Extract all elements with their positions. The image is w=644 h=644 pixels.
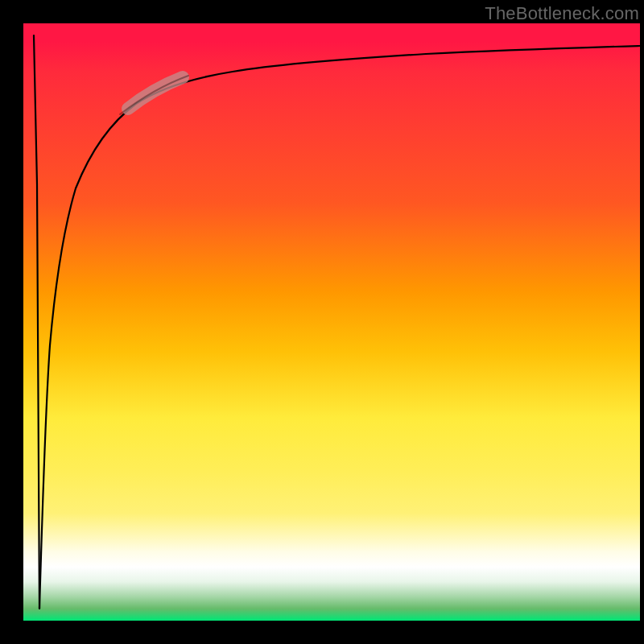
initial-drop-line xyxy=(34,35,39,609)
plot-area xyxy=(23,23,640,621)
curve-layer xyxy=(23,23,640,621)
watermark-text: TheBottleneck.com xyxy=(485,3,639,24)
bottleneck-curve-line xyxy=(39,46,640,609)
chart-frame: TheBottleneck.com xyxy=(0,0,644,644)
